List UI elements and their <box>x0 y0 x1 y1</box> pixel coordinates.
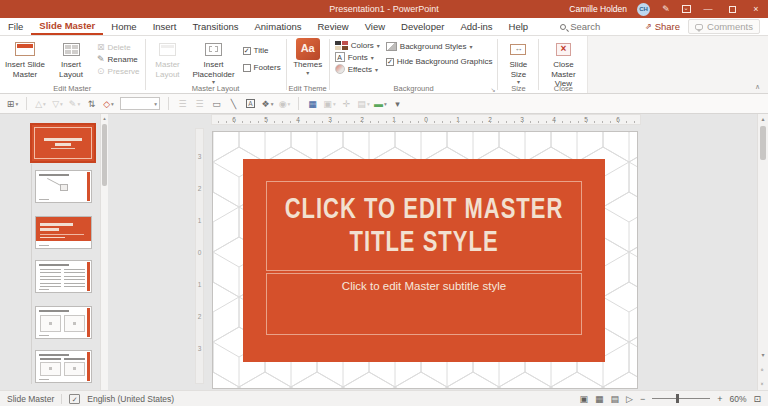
spell-check-icon[interactable]: ✓ <box>69 394 80 404</box>
colors-button[interactable]: Colors ▾ <box>334 41 381 50</box>
tab-file[interactable]: File <box>0 18 31 35</box>
slideshow-button[interactable]: ▷ <box>626 394 633 404</box>
slide-sorter-button[interactable]: ▦ <box>595 394 604 404</box>
fonts-button[interactable]: A Fonts ▾ <box>334 52 381 62</box>
scroll-up-icon[interactable]: ▴ <box>101 114 108 121</box>
title-checkbox[interactable]: ✓ Title <box>242 46 282 55</box>
tab-slide-master[interactable]: Slide Master <box>31 18 103 35</box>
thumbnail-text-line <box>64 272 85 273</box>
zoom-level[interactable]: 60% <box>729 394 746 404</box>
thumbnail-text-line <box>40 272 61 273</box>
rectangle-icon[interactable]: ▭ <box>209 96 224 112</box>
insert-slide-master-button[interactable]: Insert Slide Master <box>2 38 48 83</box>
ruler-number: 3 <box>196 345 203 352</box>
merge-shapes-icon[interactable]: ◉▾ <box>277 96 292 112</box>
delete-button[interactable]: ⊠ Delete <box>96 43 141 52</box>
layout-title-and-content-thumbnail[interactable] <box>35 170 92 203</box>
toolbar-overflow-icon[interactable]: ▾ <box>390 96 405 112</box>
zoom-out-button[interactable]: − <box>640 394 645 404</box>
themes-button[interactable]: Aa Themes ▾ <box>289 38 327 83</box>
background-styles-button[interactable]: Background Styles ▾ <box>385 42 494 51</box>
ruler-tick <box>610 121 611 123</box>
user-name[interactable]: Camille Holden <box>569 4 627 14</box>
tab-developer[interactable]: Developer <box>393 18 452 35</box>
tab-review[interactable]: Review <box>310 18 357 35</box>
style-combobox[interactable]: ▾ <box>120 97 160 110</box>
tab-animations[interactable]: Animations <box>247 18 310 35</box>
slide-size-button[interactable]: ↔ Slide Size ▾ <box>500 38 536 86</box>
ruler-tick <box>634 121 635 123</box>
tab-add-ins[interactable]: Add-ins <box>452 18 500 35</box>
reading-view-button[interactable]: ▤ <box>610 394 619 404</box>
tab-help[interactable]: Help <box>501 18 537 35</box>
zoom-in-button[interactable]: + <box>717 394 722 404</box>
quick-access-toolbar: ⊞▾△▾▽▾✎▾⇅◇▾▾☰☰▭╲A❖▾◉▾▦▣▾✛▤▾▬▾▾ <box>0 94 768 114</box>
slide-editing-area[interactable]: CLICK TO EDIT MASTER TITLE STYLE Click t… <box>213 132 637 388</box>
scroll-up-icon[interactable]: ▴ <box>758 115 768 122</box>
insert-placeholder-button[interactable]: Insert Placeholder ▾ <box>188 38 240 86</box>
master-title-placeholder[interactable]: CLICK TO EDIT MASTER TITLE STYLE <box>266 181 582 271</box>
line-spacing-icon[interactable]: ☰ <box>175 96 190 112</box>
zoom-slider[interactable] <box>652 398 710 399</box>
scrollbar-thumb[interactable] <box>760 126 766 160</box>
fit-to-window-icon[interactable]: ⊡ <box>753 394 761 404</box>
tab-home[interactable]: Home <box>103 18 144 35</box>
master-layout-button[interactable]: Master Layout <box>148 38 188 86</box>
ink-pen-icon[interactable]: ✎ <box>656 0 676 18</box>
ribbon-display-options-icon[interactable]: ⌄ <box>676 0 696 18</box>
format-painter-icon[interactable]: ✎▾ <box>67 96 82 112</box>
title-slide-background-shape[interactable]: CLICK TO EDIT MASTER TITLE STYLE Click t… <box>243 159 605 362</box>
ruler-tick <box>410 121 411 123</box>
canvas-vertical-scrollbar[interactable]: ▴ ▾ « » <box>757 114 768 390</box>
layout-section-header-thumbnail[interactable] <box>35 216 92 249</box>
previous-slide-button[interactable]: « <box>758 367 768 373</box>
close-button[interactable]: × <box>744 0 768 18</box>
layout-list-thumbnail[interactable] <box>35 260 92 293</box>
minimize-button[interactable]: — <box>696 0 720 18</box>
highlighter-icon[interactable]: ▬▾ <box>373 96 388 112</box>
send-backward-icon[interactable]: ▽▾ <box>50 96 65 112</box>
avatar[interactable]: CH <box>637 3 650 16</box>
line-icon[interactable]: ╲ <box>226 96 241 112</box>
reorder-objects-icon[interactable]: ⇅ <box>84 96 99 112</box>
resize-icon[interactable]: ✛ <box>339 96 354 112</box>
layout-two-content-thumbnail[interactable] <box>35 306 92 339</box>
thumbnail-content-icon <box>73 322 76 325</box>
footers-checkbox[interactable]: Footers <box>242 63 282 72</box>
master-title-slide-thumbnail[interactable] <box>30 123 96 163</box>
insert-layout-button[interactable]: Insert Layout <box>48 38 94 83</box>
share-button[interactable]: ⇗ Share <box>645 21 680 32</box>
background-dialog-launcher-icon[interactable]: ↘ <box>490 86 495 93</box>
paste-icon[interactable]: ⊞▾ <box>5 96 20 112</box>
hide-background-graphics-checkbox[interactable]: ✓ Hide Background Graphics <box>385 57 494 66</box>
tab-view[interactable]: View <box>357 18 393 35</box>
collapse-ribbon-icon[interactable]: ∧ <box>755 83 760 91</box>
master-subtitle-placeholder[interactable]: Click to edit Master subtitle style <box>266 273 582 335</box>
language-status[interactable]: English (United States) <box>87 394 174 404</box>
master-layout-group-label: Master Layout <box>146 84 286 93</box>
scrollbar-thumb[interactable] <box>102 124 107 186</box>
effects-button[interactable]: Effects ▾ <box>334 64 381 74</box>
thumbnail-panel-scrollbar[interactable]: ▴ <box>100 114 108 390</box>
maximize-button[interactable] <box>720 0 744 18</box>
preserve-button[interactable]: ⊙ Preserve <box>96 67 141 76</box>
textbox-icon[interactable]: A <box>243 96 258 112</box>
shapes-icon[interactable]: ❖▾ <box>260 96 275 112</box>
scroll-down-icon[interactable]: ▾ <box>758 351 768 358</box>
insert-chart-icon[interactable]: ▦ <box>305 96 320 112</box>
normal-view-button[interactable]: ▣ <box>579 394 588 404</box>
shape-format-icon[interactable]: ◇▾ <box>101 96 116 112</box>
tab-transitions[interactable]: Transitions <box>184 18 246 35</box>
comments-button[interactable]: Comments <box>688 19 760 34</box>
rename-button[interactable]: ✎ Rename <box>96 55 141 64</box>
close-master-view-button[interactable]: × Close Master View <box>541 38 585 89</box>
search-box[interactable]: Search <box>560 18 600 35</box>
layout-comparison-thumbnail[interactable] <box>35 350 92 383</box>
zoom-slider-thumb[interactable] <box>676 394 679 403</box>
columns-icon[interactable]: ☰ <box>192 96 207 112</box>
tab-insert[interactable]: Insert <box>145 18 185 35</box>
group-objects-icon[interactable]: ▣▾ <box>322 96 337 112</box>
next-slide-button[interactable]: » <box>758 381 768 387</box>
bring-forward-icon[interactable]: △▾ <box>33 96 48 112</box>
selection-pane-icon[interactable]: ▤▾ <box>356 96 371 112</box>
